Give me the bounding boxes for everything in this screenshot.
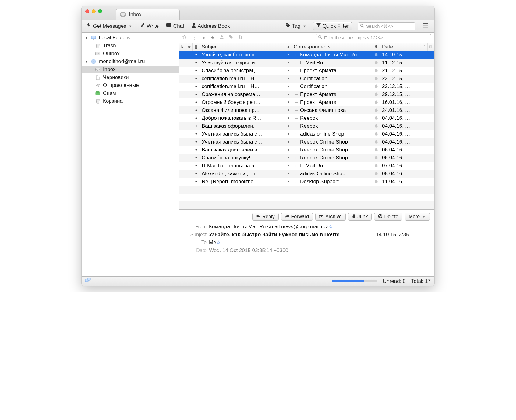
message-list[interactable]: •Узнайте, как быстро н…•← Команда Почты … [179,51,434,209]
read-cell[interactable]: • [193,52,200,58]
to-value[interactable]: Me [209,240,216,245]
more-button[interactable]: More▼ [405,213,430,221]
junk-cell[interactable] [372,60,380,66]
status-cell[interactable]: • [285,123,292,129]
status-cell[interactable]: • [285,100,292,105]
read-cell[interactable]: • [193,147,200,153]
minimize-window-button[interactable] [92,9,96,13]
address-book-button[interactable]: Address Book [191,23,231,29]
junk-cell[interactable] [372,179,380,185]
filter-input[interactable]: Filter these messages <⇧⌘K> [316,34,431,41]
collapse-icon[interactable]: ▼ [85,60,88,63]
junk-cell[interactable] [372,139,380,145]
get-messages-button[interactable]: Get Messages ▼ [85,23,134,29]
status-cell[interactable]: • [285,179,292,184]
read-cell[interactable]: • [193,139,200,145]
status-cell[interactable]: • [285,92,292,97]
subject-column[interactable]: Subject [200,43,285,51]
read-cell[interactable]: • [193,131,200,137]
junk-cell[interactable] [372,163,380,169]
message-row[interactable]: •Огромный бонус к реп…•← Проект Армата16… [179,98,434,106]
status-cell[interactable]: • [285,52,292,58]
attachment-filter-icon[interactable] [239,35,242,41]
junk-button[interactable]: Junk [348,213,372,221]
status-cell[interactable]: • [285,155,292,161]
unread-filter-icon[interactable]: ● [202,35,205,40]
status-cell[interactable]: • [285,60,292,66]
status-cell[interactable]: • [285,84,292,89]
status-cell[interactable]: • [285,68,292,73]
message-row[interactable]: •Ваш заказ оформлен.•← Reebok04.04.16, … [179,122,434,130]
search-input[interactable]: Search <⌘K> [358,22,415,30]
read-cell[interactable]: • [193,155,200,161]
close-window-button[interactable] [85,9,89,13]
delete-button[interactable]: Delete [374,213,402,221]
junk-cell[interactable] [372,131,380,137]
junk-cell[interactable] [372,68,380,74]
reply-button[interactable]: Reply [252,213,279,221]
star-filter-icon[interactable]: ★ [210,35,214,41]
junk-column[interactable] [372,43,380,51]
message-row[interactable]: •Спасибо за покупку!•← Reebok Online Sho… [179,154,434,162]
contact-filter-icon[interactable] [220,35,224,40]
activity-icon[interactable] [85,278,91,284]
local-folders-node[interactable]: ▼ Local Folders [82,34,179,42]
collapse-icon[interactable]: ▼ [85,36,88,40]
read-cell[interactable]: • [193,60,200,66]
junk-cell[interactable] [372,171,380,177]
folder-inbox[interactable]: Inbox [82,66,179,73]
read-cell[interactable]: • [193,163,200,169]
read-cell[interactable]: • [193,171,200,176]
status-cell[interactable]: • [285,116,292,121]
folder-trash[interactable]: Корзина [82,97,179,105]
correspondents-column[interactable]: Correspondents [292,43,372,51]
message-row[interactable]: •IT.Mail.Ru: планы на а…•← IT.Mail.Ru07.… [179,162,434,170]
menu-button[interactable]: ☰ [421,22,431,30]
read-cell[interactable]: • [193,100,200,105]
message-row[interactable]: •Re: [Report] monolithe…•← Desktop Suppo… [179,178,434,186]
star-icon[interactable]: ☆ [329,224,333,229]
message-row[interactable]: •Участвуй в конкурсе и …•← IT.Mail.Ru11.… [179,59,434,67]
junk-cell[interactable] [372,99,380,105]
read-cell[interactable]: • [193,68,200,73]
dropdown-arrow-icon[interactable]: ▼ [128,24,133,28]
message-row[interactable]: •Узнайте, как быстро н…•← Команда Почты … [179,51,434,59]
message-row[interactable]: •Учетная запись была с…•← Reebok Online … [179,138,434,146]
message-row[interactable]: •Сражения на совреме…•← Проект Армата29.… [179,91,434,98]
quick-filter-button[interactable]: Quick Filter [313,22,352,30]
junk-cell[interactable] [372,91,380,98]
status-cell[interactable]: • [285,131,292,137]
read-cell[interactable]: • [193,116,200,121]
message-row[interactable]: •Спасибо за регистрац…•← Проект Армата21… [179,67,434,75]
chat-button[interactable]: Chat [165,23,185,29]
read-cell[interactable]: • [193,92,200,97]
dropdown-arrow-icon[interactable]: ▼ [302,24,307,28]
folder-spam[interactable]: Спам [82,89,179,97]
junk-cell[interactable] [372,76,380,82]
message-row[interactable]: •Добро пожаловать в R…•← Reebok04.04.16,… [179,114,434,122]
status-cell[interactable]: • [285,139,292,145]
junk-cell[interactable] [372,123,380,129]
message-row[interactable]: •Ваш заказ доставлен в…•← Reebok Online … [179,146,434,154]
junk-cell[interactable] [372,52,380,58]
status-cell[interactable]: • [285,76,292,81]
archive-button[interactable]: Archive [315,213,345,221]
attachment-column[interactable] [193,43,200,51]
read-cell[interactable]: • [193,84,200,89]
read-cell[interactable]: • [193,108,200,113]
message-row[interactable]: •Alexander, кажется, он…•← adidas Online… [179,170,434,178]
read-cell[interactable]: • [193,76,200,81]
pin-icon[interactable] [182,35,186,40]
status-cell[interactable]: • [285,108,292,113]
from-value[interactable]: Команда Почты Mail.Ru <mail.news@corp.ma… [209,224,329,230]
junk-cell[interactable] [372,155,380,161]
status-cell[interactable]: • [285,171,292,176]
junk-cell[interactable] [372,84,380,90]
star-column[interactable]: ★ [186,43,193,51]
star-icon[interactable]: ☆ [216,240,221,245]
junk-cell[interactable] [372,115,380,121]
junk-cell[interactable] [372,147,380,153]
status-cell[interactable]: • [285,163,292,169]
tag-button[interactable]: Tag ▼ [285,23,308,29]
folder-drafts[interactable]: Черновики [82,73,179,81]
